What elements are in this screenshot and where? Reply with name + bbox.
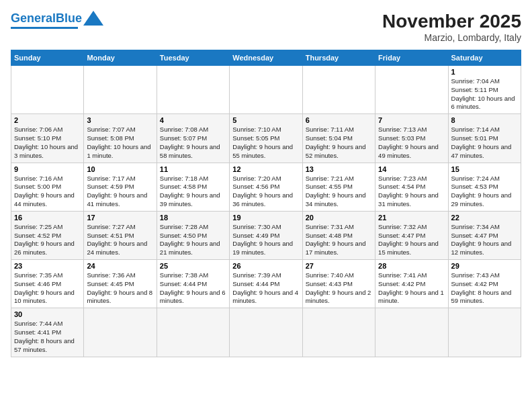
calendar-day-cell: 17Sunrise: 7:27 AM Sunset: 4:51 PM Dayli… — [84, 211, 157, 259]
logo: GeneralBlue — [11, 11, 103, 29]
day-number: 7 — [378, 116, 445, 124]
calendar-day-cell: 21Sunrise: 7:32 AM Sunset: 4:47 PM Dayli… — [375, 211, 448, 259]
day-number: 15 — [451, 165, 518, 173]
calendar-day-cell — [302, 66, 375, 114]
calendar-day-header: Saturday — [448, 50, 521, 66]
calendar-header-row: SundayMondayTuesdayWednesdayThursdayFrid… — [11, 50, 521, 66]
calendar-day-cell: 13Sunrise: 7:21 AM Sunset: 4:55 PM Dayli… — [302, 163, 375, 211]
day-info: Sunrise: 7:06 AM Sunset: 5:10 PM Dayligh… — [14, 126, 81, 160]
calendar-week-row: 2Sunrise: 7:06 AM Sunset: 5:10 PM Daylig… — [11, 114, 521, 163]
day-info: Sunrise: 7:39 AM Sunset: 4:44 PM Dayligh… — [232, 271, 299, 306]
day-number: 22 — [451, 214, 518, 222]
day-info: Sunrise: 7:43 AM Sunset: 4:42 PM Dayligh… — [451, 271, 518, 306]
day-number: 19 — [232, 214, 299, 222]
calendar-table: SundayMondayTuesdayWednesdayThursdayFrid… — [11, 50, 521, 357]
day-info: Sunrise: 7:10 AM Sunset: 5:05 PM Dayligh… — [232, 126, 299, 160]
day-info: Sunrise: 7:27 AM Sunset: 4:51 PM Dayligh… — [87, 223, 153, 257]
day-number: 23 — [14, 262, 81, 270]
calendar-day-cell: 2Sunrise: 7:06 AM Sunset: 5:10 PM Daylig… — [11, 114, 84, 163]
calendar-day-cell: 30Sunrise: 7:44 AM Sunset: 4:41 PM Dayli… — [11, 308, 84, 357]
day-number: 20 — [306, 214, 372, 222]
logo-general: General — [11, 11, 56, 25]
day-number: 6 — [306, 116, 372, 124]
day-info: Sunrise: 7:30 AM Sunset: 4:49 PM Dayligh… — [232, 223, 299, 257]
day-number: 30 — [14, 310, 81, 318]
day-number: 8 — [451, 116, 518, 124]
day-number: 9 — [14, 165, 81, 173]
calendar-day-header: Wednesday — [230, 50, 302, 66]
calendar-day-cell: 16Sunrise: 7:25 AM Sunset: 4:52 PM Dayli… — [11, 211, 84, 259]
day-number: 5 — [232, 116, 299, 124]
day-info: Sunrise: 7:17 AM Sunset: 4:59 PM Dayligh… — [87, 175, 153, 209]
day-info: Sunrise: 7:04 AM Sunset: 5:11 PM Dayligh… — [451, 77, 518, 111]
day-number: 25 — [160, 262, 226, 270]
day-info: Sunrise: 7:34 AM Sunset: 4:47 PM Dayligh… — [451, 223, 518, 257]
day-info: Sunrise: 7:20 AM Sunset: 4:56 PM Dayligh… — [232, 175, 299, 209]
calendar-day-cell: 14Sunrise: 7:23 AM Sunset: 4:54 PM Dayli… — [375, 163, 448, 211]
calendar-day-cell: 22Sunrise: 7:34 AM Sunset: 4:47 PM Dayli… — [448, 211, 521, 259]
day-number: 13 — [306, 165, 372, 173]
calendar-day-cell: 18Sunrise: 7:28 AM Sunset: 4:50 PM Dayli… — [157, 211, 229, 259]
calendar-day-cell — [448, 308, 521, 357]
day-number: 29 — [451, 262, 518, 270]
calendar-day-cell — [302, 308, 375, 357]
calendar-day-header: Friday — [375, 50, 448, 66]
day-info: Sunrise: 7:28 AM Sunset: 4:50 PM Dayligh… — [160, 223, 226, 257]
calendar-week-row: 16Sunrise: 7:25 AM Sunset: 4:52 PM Dayli… — [11, 211, 521, 259]
page-title: November 2025 — [382, 11, 521, 32]
day-number: 12 — [232, 165, 299, 173]
logo-blue: Blue — [56, 11, 82, 25]
day-info: Sunrise: 7:41 AM Sunset: 4:42 PM Dayligh… — [378, 271, 445, 306]
calendar-week-row: 9Sunrise: 7:16 AM Sunset: 5:00 PM Daylig… — [11, 163, 521, 211]
day-info: Sunrise: 7:13 AM Sunset: 5:03 PM Dayligh… — [378, 126, 445, 160]
calendar-day-cell: 3Sunrise: 7:07 AM Sunset: 5:08 PM Daylig… — [84, 114, 157, 163]
day-number: 26 — [232, 262, 299, 270]
day-number: 28 — [378, 262, 445, 270]
calendar-day-cell: 28Sunrise: 7:41 AM Sunset: 4:42 PM Dayli… — [375, 260, 448, 308]
day-number: 4 — [160, 116, 226, 124]
calendar-week-row: 30Sunrise: 7:44 AM Sunset: 4:41 PM Dayli… — [11, 308, 521, 357]
svg-marker-0 — [83, 11, 103, 26]
calendar-day-cell — [375, 66, 448, 114]
day-info: Sunrise: 7:11 AM Sunset: 5:04 PM Dayligh… — [306, 126, 372, 160]
calendar-day-cell: 25Sunrise: 7:38 AM Sunset: 4:44 PM Dayli… — [157, 260, 229, 308]
day-number: 2 — [14, 116, 81, 124]
calendar-day-cell — [11, 66, 84, 114]
calendar-day-cell: 29Sunrise: 7:43 AM Sunset: 4:42 PM Dayli… — [448, 260, 521, 308]
calendar-day-header: Thursday — [302, 50, 375, 66]
day-info: Sunrise: 7:31 AM Sunset: 4:48 PM Dayligh… — [306, 223, 372, 257]
logo-icon — [83, 11, 103, 26]
day-info: Sunrise: 7:24 AM Sunset: 4:53 PM Dayligh… — [451, 175, 518, 209]
day-info: Sunrise: 7:25 AM Sunset: 4:52 PM Dayligh… — [14, 223, 81, 257]
calendar-day-cell: 26Sunrise: 7:39 AM Sunset: 4:44 PM Dayli… — [230, 260, 302, 308]
day-info: Sunrise: 7:08 AM Sunset: 5:07 PM Dayligh… — [160, 126, 226, 160]
calendar-day-cell: 23Sunrise: 7:35 AM Sunset: 4:46 PM Dayli… — [11, 260, 84, 308]
day-info: Sunrise: 7:21 AM Sunset: 4:55 PM Dayligh… — [306, 175, 372, 209]
calendar-week-row: 1Sunrise: 7:04 AM Sunset: 5:11 PM Daylig… — [11, 66, 521, 114]
calendar-day-cell: 11Sunrise: 7:18 AM Sunset: 4:58 PM Dayli… — [157, 163, 229, 211]
day-number: 14 — [378, 165, 445, 173]
day-number: 16 — [14, 214, 81, 222]
day-number: 27 — [306, 262, 372, 270]
calendar-day-cell — [157, 66, 229, 114]
day-info: Sunrise: 7:14 AM Sunset: 5:01 PM Dayligh… — [451, 126, 518, 160]
title-block: November 2025 Marzio, Lombardy, Italy — [382, 11, 521, 43]
calendar-day-cell — [230, 308, 302, 357]
day-info: Sunrise: 7:23 AM Sunset: 4:54 PM Dayligh… — [378, 175, 445, 209]
day-number: 18 — [160, 214, 226, 222]
calendar-day-header: Monday — [84, 50, 157, 66]
page-subtitle: Marzio, Lombardy, Italy — [382, 32, 521, 43]
calendar-day-cell: 15Sunrise: 7:24 AM Sunset: 4:53 PM Dayli… — [448, 163, 521, 211]
calendar-day-cell: 24Sunrise: 7:36 AM Sunset: 4:45 PM Dayli… — [84, 260, 157, 308]
calendar-day-cell: 5Sunrise: 7:10 AM Sunset: 5:05 PM Daylig… — [230, 114, 302, 163]
day-number: 24 — [87, 262, 153, 270]
calendar-day-cell: 20Sunrise: 7:31 AM Sunset: 4:48 PM Dayli… — [302, 211, 375, 259]
day-info: Sunrise: 7:18 AM Sunset: 4:58 PM Dayligh… — [160, 175, 226, 209]
day-info: Sunrise: 7:32 AM Sunset: 4:47 PM Dayligh… — [378, 223, 445, 257]
calendar-day-cell: 1Sunrise: 7:04 AM Sunset: 5:11 PM Daylig… — [448, 66, 521, 114]
day-info: Sunrise: 7:35 AM Sunset: 4:46 PM Dayligh… — [14, 271, 81, 306]
calendar-day-cell — [84, 66, 157, 114]
calendar-day-cell: 6Sunrise: 7:11 AM Sunset: 5:04 PM Daylig… — [302, 114, 375, 163]
day-number: 11 — [160, 165, 226, 173]
calendar-day-cell: 12Sunrise: 7:20 AM Sunset: 4:56 PM Dayli… — [230, 163, 302, 211]
